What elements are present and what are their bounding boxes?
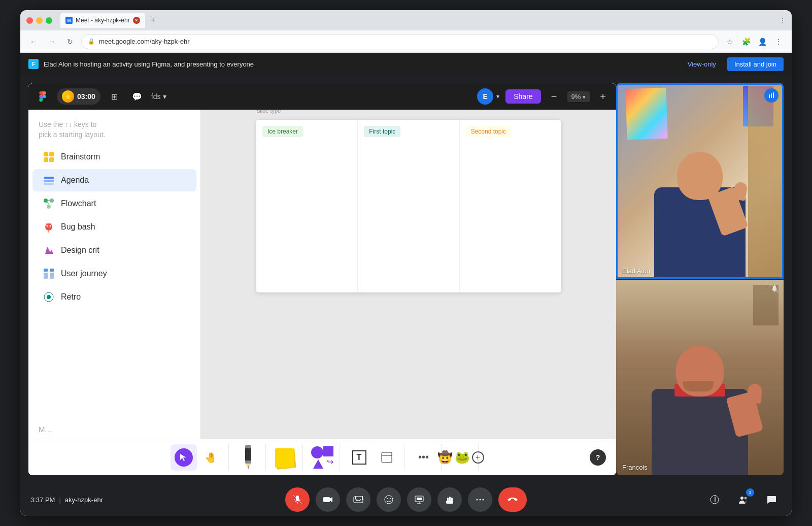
widgets-icon: 🤠 🐸 +: [437, 450, 484, 465]
select-tool-group: 🤚: [166, 444, 229, 471]
widget-emoji-2: 🐸: [455, 450, 470, 465]
svg-point-52: [477, 499, 478, 501]
emoji-button[interactable]: [377, 487, 401, 512]
tab-title: Meet - aky-hzpk-ehr: [76, 17, 130, 24]
traffic-lights: [26, 17, 52, 24]
grid-view-button[interactable]: ⊞: [107, 88, 123, 105]
shapes-button[interactable]: ↪: [309, 444, 335, 471]
frame-tool-button[interactable]: [374, 444, 400, 471]
profile-icon[interactable]: 👤: [755, 35, 769, 49]
mute-icon: [770, 285, 779, 294]
time-section: 3:37 PM | aky-hzpk-ehr: [30, 496, 132, 504]
svg-rect-25: [245, 448, 251, 461]
timer-display: 03:00: [77, 92, 95, 101]
controls-center: CC: [132, 487, 680, 512]
video-panel-elad: Elad Alon: [616, 83, 784, 280]
window-controls[interactable]: ⋮: [780, 17, 786, 24]
install-join-button[interactable]: Install and join: [727, 57, 784, 71]
banner-text: Elad Alon is hosting an activity using F…: [44, 60, 681, 68]
mic-button[interactable]: [285, 487, 310, 512]
extensions-icon[interactable]: 🧩: [739, 35, 753, 49]
back-button[interactable]: ←: [26, 35, 41, 49]
more-tools-button[interactable]: •••: [411, 444, 437, 471]
people-button[interactable]: 3: [733, 489, 753, 510]
filename-section[interactable]: fds ▾: [151, 92, 166, 101]
widgets-group: 🤠 🐸 +: [444, 444, 479, 471]
controls-right: i 3: [680, 489, 782, 510]
active-speaker-icon: [764, 88, 779, 103]
svg-rect-51: [446, 501, 453, 504]
pencil-icon: [241, 445, 255, 470]
minimize-button[interactable]: [36, 17, 43, 24]
canvas-area[interactable]: Slide type Ice breaker First topic: [201, 110, 616, 439]
template-panel: Use the ↑↓ keys topick a starting layout…: [28, 110, 201, 439]
template-retro[interactable]: Retro: [32, 286, 196, 308]
template-list: Brainstorm Agenda: [28, 145, 200, 420]
time-divider: |: [59, 496, 60, 504]
brainstorm-icon: [43, 151, 55, 163]
svg-point-57: [740, 497, 743, 500]
hand-icon: 🤚: [205, 451, 217, 464]
text-tool-button[interactable]: T: [346, 444, 373, 471]
view-only-button[interactable]: View-only: [681, 57, 723, 71]
forward-button[interactable]: →: [45, 35, 59, 49]
template-brainstorm[interactable]: Brainstorm: [32, 146, 196, 168]
comments-button[interactable]: 💬: [129, 88, 145, 105]
first-topic-header: First topic: [364, 126, 400, 137]
user-dropdown-button[interactable]: ▾: [496, 93, 499, 100]
widgets-button[interactable]: 🤠 🐸 +: [448, 444, 474, 471]
info-button[interactable]: i: [704, 489, 725, 510]
figma-logo-button[interactable]: [35, 88, 51, 105]
chat-button[interactable]: [761, 489, 782, 510]
close-button[interactable]: [26, 17, 33, 24]
zoom-out-button[interactable]: −: [547, 89, 561, 104]
frame-icon: [380, 450, 394, 465]
canvas-col-second-topic: Second topic: [460, 120, 561, 292]
zoom-display[interactable]: 9% ▾: [567, 91, 590, 102]
more-options-button[interactable]: [468, 487, 492, 512]
user-avatar-button[interactable]: E: [477, 88, 493, 105]
design-crit-label: Design crit: [61, 246, 99, 255]
maximize-button[interactable]: [46, 17, 52, 24]
hand-tool-button[interactable]: 🤚: [198, 444, 224, 471]
sticky-note-button[interactable]: [272, 444, 298, 471]
widget-emoji-1: 🤠: [437, 450, 453, 465]
template-hint: Use the ↑↓ keys topick a starting layout…: [28, 110, 200, 145]
template-design-crit[interactable]: Design crit: [32, 239, 196, 261]
tab-close-button[interactable]: ✕: [133, 17, 140, 24]
url-text: meet.google.com/aky-hzpk-ehr: [99, 38, 189, 45]
end-call-button[interactable]: [498, 487, 527, 512]
reload-button[interactable]: ↻: [63, 35, 77, 49]
help-button[interactable]: ?: [590, 449, 606, 466]
template-user-journey[interactable]: User journey: [32, 262, 196, 285]
title-bar: M Meet - aky-hzpk-ehr ✕ + ⋮: [20, 10, 792, 30]
canvas-columns: Ice breaker First topic Second topic: [256, 120, 561, 292]
pen-tool-button[interactable]: [235, 444, 261, 471]
template-bug-bash[interactable]: Bug bash: [32, 216, 196, 238]
select-tool-button[interactable]: [171, 444, 197, 471]
svg-point-43: [390, 498, 391, 499]
template-flowchart[interactable]: Flowchart: [32, 192, 196, 215]
zoom-in-button[interactable]: +: [596, 89, 610, 104]
more-icon: •••: [418, 451, 429, 463]
menu-icon[interactable]: ⋮: [771, 35, 786, 49]
svg-rect-47: [417, 498, 422, 500]
captions-button[interactable]: CC: [346, 487, 370, 512]
meeting-code: aky-hzpk-ehr: [65, 496, 103, 504]
address-bar[interactable]: 🔒 meet.google.com/aky-hzpk-ehr: [81, 34, 719, 49]
present-button[interactable]: [407, 487, 431, 512]
template-agenda[interactable]: Agenda: [32, 169, 196, 191]
share-button[interactable]: Share: [505, 89, 540, 104]
figma-body: Use the ↑↓ keys topick a starting layout…: [28, 110, 616, 439]
svg-line-11: [47, 202, 49, 205]
raise-hand-button[interactable]: [437, 487, 462, 512]
camera-button[interactable]: [316, 487, 340, 512]
canvas-label: Slide type: [256, 110, 281, 114]
active-tab[interactable]: M Meet - aky-hzpk-ehr ✕: [60, 13, 145, 28]
new-tab-button[interactable]: +: [147, 14, 159, 26]
timer-section[interactable]: ⭐ 03:00: [57, 88, 100, 105]
bookmarks-icon[interactable]: ☆: [723, 35, 737, 49]
figma-bottom-toolbar: 🤚: [28, 439, 616, 475]
svg-rect-2: [44, 157, 48, 162]
text-tool-group: T: [342, 444, 404, 471]
